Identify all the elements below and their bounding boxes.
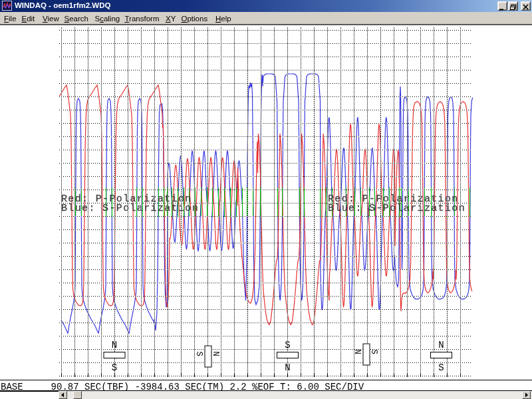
svg-text:S: S (285, 340, 290, 350)
svg-text:S: S (194, 351, 203, 356)
svg-text:S: S (438, 362, 444, 373)
svg-text:N: N (211, 351, 220, 356)
svg-text:N: N (112, 340, 117, 350)
svg-text:N: N (285, 362, 290, 373)
svg-text:N: N (438, 340, 444, 350)
svg-text:S: S (369, 349, 378, 354)
svg-text:S: S (112, 362, 117, 373)
svg-text:N: N (352, 349, 362, 354)
